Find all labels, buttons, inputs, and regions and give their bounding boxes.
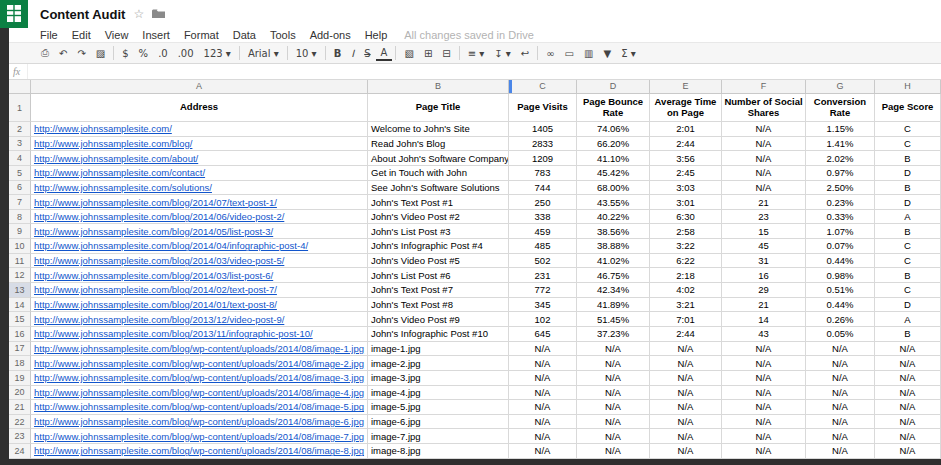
address-link[interactable]: http://www.johnssamplesite.com/blog/2014… bbox=[34, 211, 284, 222]
column-header-g[interactable]: G bbox=[806, 80, 875, 94]
percent-format-icon[interactable]: % bbox=[134, 44, 154, 62]
cell-page-title[interactable]: Welcome to John's Site bbox=[368, 122, 509, 137]
cell-page-score[interactable]: B bbox=[875, 268, 941, 283]
cell-avg-time[interactable]: 6:30 bbox=[650, 210, 722, 225]
cell-page-visits[interactable]: 783 bbox=[509, 166, 577, 181]
cell-bounce-rate[interactable]: 37.23% bbox=[577, 327, 650, 342]
column-header-f[interactable]: F bbox=[722, 80, 806, 94]
cell-page-score[interactable]: B bbox=[875, 151, 941, 166]
font-family-select[interactable]: Arial ▾ bbox=[243, 44, 284, 62]
row-number-21[interactable]: 21 bbox=[9, 400, 31, 415]
cell-bounce-rate[interactable]: 51.45% bbox=[577, 312, 650, 327]
cell-bounce-rate[interactable]: 45.42% bbox=[577, 166, 650, 181]
menu-tools[interactable]: Tools bbox=[263, 29, 303, 41]
cell-page-score[interactable]: N/A bbox=[875, 371, 941, 386]
cell-conversion-rate[interactable]: 0.07% bbox=[806, 239, 875, 254]
cell-page-title[interactable]: image-2.jpg bbox=[368, 356, 509, 371]
row-number-14[interactable]: 14 bbox=[9, 298, 31, 313]
cell-address[interactable]: http://www.johnssamplesite.com/blog/2014… bbox=[31, 195, 368, 210]
cell-page-visits[interactable]: N/A bbox=[509, 342, 577, 357]
select-all-corner[interactable] bbox=[9, 80, 31, 94]
menu-help[interactable]: Help bbox=[358, 29, 395, 41]
cell-conversion-rate[interactable]: 2.02% bbox=[806, 151, 875, 166]
cell-social-shares[interactable]: 21 bbox=[722, 298, 806, 313]
cell-bounce-rate[interactable]: N/A bbox=[577, 444, 650, 459]
cell-avg-time[interactable]: 2:45 bbox=[650, 166, 722, 181]
cell-address[interactable]: http://www.johnssamplesite.com/blog/2014… bbox=[31, 210, 368, 225]
cell-social-shares[interactable]: 16 bbox=[722, 268, 806, 283]
cell-social-shares[interactable]: 15 bbox=[722, 224, 806, 239]
cell-page-score[interactable]: N/A bbox=[875, 400, 941, 415]
cell-conversion-rate[interactable]: 0.23% bbox=[806, 195, 875, 210]
cell-bounce-rate[interactable]: N/A bbox=[577, 415, 650, 430]
menu-format[interactable]: Format bbox=[177, 29, 226, 41]
cell-address[interactable]: http://www.johnssamplesite.com/blog/wp-c… bbox=[31, 429, 368, 444]
functions-icon[interactable]: Σ ▾ bbox=[616, 44, 641, 62]
cell-conversion-rate[interactable]: N/A bbox=[806, 429, 875, 444]
cell-bounce-rate[interactable]: N/A bbox=[577, 386, 650, 401]
vertical-align-icon[interactable]: ↧ ▾ bbox=[489, 44, 516, 62]
cell-page-visits[interactable]: 459 bbox=[509, 224, 577, 239]
cell-avg-time[interactable]: 2:44 bbox=[650, 327, 722, 342]
cell-conversion-rate[interactable]: 2.50% bbox=[806, 181, 875, 196]
row-number-11[interactable]: 11 bbox=[9, 254, 31, 269]
address-link[interactable]: http://www.johnssamplesite.com/blog/wp-c… bbox=[34, 445, 364, 456]
cell-page-title[interactable]: John's Infographic Post #10 bbox=[368, 327, 509, 342]
menu-addons[interactable]: Add-ons bbox=[303, 29, 358, 41]
cell-social-shares[interactable]: 29 bbox=[722, 283, 806, 298]
cell-address[interactable]: http://www.johnssamplesite.com/contact/ bbox=[31, 166, 368, 181]
column-header-c[interactable]: C bbox=[509, 80, 577, 94]
cell-address[interactable]: http://www.johnssamplesite.com/blog/2014… bbox=[31, 283, 368, 298]
cell-address[interactable]: http://www.johnssamplesite.com/blog/2014… bbox=[31, 254, 368, 269]
row-number-17[interactable]: 17 bbox=[9, 342, 31, 357]
increase-decimal-icon[interactable]: .00 bbox=[173, 44, 199, 62]
cell-address[interactable]: http://www.johnssamplesite.com/blog/2014… bbox=[31, 268, 368, 283]
cell-avg-time[interactable]: N/A bbox=[650, 415, 722, 430]
cell-page-score[interactable]: N/A bbox=[875, 386, 941, 401]
address-link[interactable]: http://www.johnssamplesite.com/blog/2013… bbox=[34, 328, 313, 339]
cell-social-shares[interactable]: N/A bbox=[722, 151, 806, 166]
cell-page-title[interactable]: John's Text Post #7 bbox=[368, 283, 509, 298]
cell-avg-time[interactable]: 3:01 bbox=[650, 195, 722, 210]
cell-conversion-rate[interactable]: N/A bbox=[806, 371, 875, 386]
cell-address[interactable]: http://www.johnssamplesite.com/blog/wp-c… bbox=[31, 386, 368, 401]
cell-conversion-rate[interactable]: 0.26% bbox=[806, 312, 875, 327]
address-link[interactable]: http://www.johnssamplesite.com/blog/2014… bbox=[34, 226, 273, 237]
cell-address[interactable]: http://www.johnssamplesite.com/blog/wp-c… bbox=[31, 400, 368, 415]
cell-page-title[interactable]: image-8.jpg bbox=[368, 444, 509, 459]
row-number-22[interactable]: 22 bbox=[9, 415, 31, 430]
cell-page-score[interactable]: D bbox=[875, 195, 941, 210]
column-title-cell[interactable]: Page Title bbox=[368, 94, 509, 122]
cell-page-visits[interactable]: 485 bbox=[509, 239, 577, 254]
insert-link-icon[interactable]: ∞ bbox=[541, 44, 559, 62]
cell-social-shares[interactable]: N/A bbox=[722, 342, 806, 357]
address-link[interactable]: http://www.johnssamplesite.com/blog/2014… bbox=[34, 270, 273, 281]
cell-social-shares[interactable]: 43 bbox=[722, 327, 806, 342]
cell-page-visits[interactable]: 502 bbox=[509, 254, 577, 269]
cell-avg-time[interactable]: N/A bbox=[650, 386, 722, 401]
cell-avg-time[interactable]: N/A bbox=[650, 371, 722, 386]
column-header-h[interactable]: H bbox=[875, 80, 941, 94]
horizontal-align-icon[interactable]: ≡ ▾ bbox=[463, 44, 490, 62]
row-number-10[interactable]: 10 bbox=[9, 239, 31, 254]
address-link[interactable]: http://www.johnssamplesite.com/blog/wp-c… bbox=[34, 401, 364, 412]
cell-social-shares[interactable]: 14 bbox=[722, 312, 806, 327]
cell-conversion-rate[interactable]: N/A bbox=[806, 400, 875, 415]
menu-view[interactable]: View bbox=[98, 29, 136, 41]
row-number-24[interactable]: 24 bbox=[9, 444, 31, 459]
menu-file[interactable]: File bbox=[33, 29, 65, 41]
cell-page-score[interactable]: N/A bbox=[875, 415, 941, 430]
cell-page-title[interactable]: John's List Post #6 bbox=[368, 268, 509, 283]
cell-bounce-rate[interactable]: 40.22% bbox=[577, 210, 650, 225]
column-title-cell[interactable]: Page Bounce Rate bbox=[577, 94, 650, 122]
address-link[interactable]: http://www.johnssamplesite.com/blog/2014… bbox=[34, 255, 284, 266]
cell-conversion-rate[interactable]: 1.15% bbox=[806, 122, 875, 137]
cell-social-shares[interactable]: N/A bbox=[722, 429, 806, 444]
cell-bounce-rate[interactable]: N/A bbox=[577, 371, 650, 386]
bold-icon[interactable]: B bbox=[329, 44, 347, 62]
row-number-6[interactable]: 6 bbox=[9, 181, 31, 196]
cell-social-shares[interactable]: N/A bbox=[722, 166, 806, 181]
cell-avg-time[interactable]: 4:02 bbox=[650, 283, 722, 298]
address-link[interactable]: http://www.johnssamplesite.com/blog/2013… bbox=[34, 314, 284, 325]
cell-page-title[interactable]: About John's Software Company bbox=[368, 151, 509, 166]
